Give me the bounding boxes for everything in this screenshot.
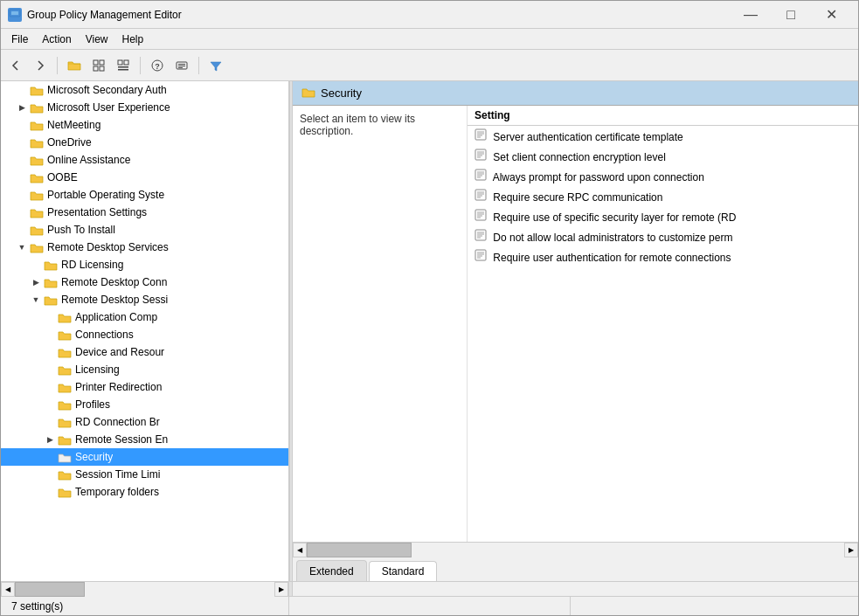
tree-scroll-right[interactable]: ▶ [274,582,288,597]
tree-item-remote-desktop-services[interactable]: Remote Desktop Services [1,239,288,256]
folder-icon [57,329,73,341]
tab-standard[interactable]: Standard [369,561,438,581]
expand-arrow [43,485,57,499]
setting-icon [475,249,487,261]
folder-icon [29,189,45,201]
svg-rect-38 [475,210,486,220]
table-row[interactable]: Require use of specific security layer f… [468,206,858,226]
tree-item-push-to-install[interactable]: Push To Install [1,221,288,239]
menu-action[interactable]: Action [35,31,78,47]
setting-label: Require user authentication for remote c… [493,252,731,264]
folder-button[interactable] [63,54,86,77]
expand-arrow [15,170,29,184]
setting-cell: Require use of specific security layer f… [468,206,858,226]
expand-arrow [43,380,57,394]
close-button[interactable]: ✕ [811,1,851,29]
menu-view[interactable]: View [79,31,115,47]
table-row[interactable]: Require user authentication for remote c… [468,246,858,266]
tree-item-device-and-resou[interactable]: Device and Resour [1,343,288,361]
folder-icon [43,276,59,288]
expand-arrow [29,258,43,272]
folder-icon [29,84,45,96]
tree-item-temporary-folders[interactable]: Temporary folders [1,483,288,501]
properties-button[interactable] [170,54,193,77]
svg-rect-9 [124,60,128,65]
tree-hscroll[interactable]: ◀ ▶ [1,582,289,596]
table-row[interactable]: Set client connection encryption level [468,146,858,166]
svg-rect-43 [475,230,486,240]
tree-item-ms-secondary-auth[interactable]: Microsoft Secondary Auth [1,81,288,99]
maximize-button[interactable]: □ [771,1,811,29]
horizontal-scrollbar[interactable]: ◀ ▶ [293,542,858,557]
expand-arrow [15,223,29,237]
tree-item-netmeeting[interactable]: NetMeeting [1,116,288,134]
expand-arrow [43,433,57,446]
tree-item-profiles[interactable]: Profiles [1,396,288,413]
tree-item-printer-redirection[interactable]: Printer Redirection [1,378,288,396]
tree-item-label: Licensing [75,363,120,376]
content-panel: Security Select an item to view its desc… [293,81,858,581]
svg-rect-10 [118,66,128,68]
tree-item-ms-user-experience[interactable]: Microsoft User Experience [1,99,288,116]
svg-rect-8 [118,60,122,65]
tree-item-rd-licensing[interactable]: RD Licensing [1,256,288,273]
back-button[interactable] [4,54,27,77]
tree-panel[interactable]: Microsoft Secondary Auth Microsoft User … [1,81,289,581]
tab-extended[interactable]: Extended [296,560,367,581]
setting-icon [475,189,487,201]
menu-file[interactable]: File [4,31,35,47]
setting-cell: Require user authentication for remote c… [468,246,858,266]
menu-help[interactable]: Help [115,31,151,47]
tree-item-connections[interactable]: Connections [1,326,288,343]
list-button[interactable] [112,54,135,77]
tree-item-rd-connection-br[interactable]: RD Connection Br [1,413,288,431]
forward-button[interactable] [29,54,52,77]
svg-rect-3 [10,18,20,19]
view-toggle-button[interactable] [87,54,110,77]
table-row[interactable]: Server authentication certificate templa… [468,126,858,147]
svg-rect-2 [12,17,17,19]
folder-icon [57,346,73,358]
setting-icon [475,128,487,141]
tree-item-application-comp[interactable]: Application Comp [1,308,288,326]
tree-item-onedrive[interactable]: OneDrive [1,134,288,151]
table-row[interactable]: Always prompt for password upon connecti… [468,166,858,186]
settings-pane[interactable]: Setting [468,106,858,542]
svg-rect-15 [178,64,185,65]
scroll-left-arrow[interactable]: ◀ [293,543,307,557]
tree-scroll-left[interactable]: ◀ [1,582,15,597]
expand-arrow [15,83,29,97]
scroll-track[interactable] [307,543,844,557]
minimize-button[interactable]: — [731,1,771,29]
expand-arrow [15,240,29,254]
tree-item-presentation-settings[interactable]: Presentation Settings [1,204,288,221]
expand-arrow [29,293,43,307]
tree-item-security[interactable]: Security [1,448,288,466]
tree-item-oobe[interactable]: OOBE [1,169,288,186]
scroll-thumb[interactable] [307,543,412,557]
filter-button[interactable] [204,54,227,77]
help-button[interactable]: ? [146,54,169,77]
header-folder-icon [301,87,315,100]
tree-item-remote-desktop-conn[interactable]: Remote Desktop Conn [1,273,288,291]
tree-item-licensing[interactable]: Licensing [1,361,288,378]
setting-icon [475,229,487,241]
tree-item-online-assistance[interactable]: Online Assistance [1,151,288,169]
expand-arrow [15,118,29,132]
svg-rect-7 [100,66,104,71]
tree-scroll-track[interactable] [15,582,274,597]
tree-item-session-time-limi[interactable]: Session Time Limi [1,466,288,483]
toolbar-sep-2 [140,57,141,74]
table-row[interactable]: Do not allow local administrators to cus… [468,226,858,246]
tree-item-remote-session-en[interactable]: Remote Session En [1,431,288,448]
setting-cell: Server authentication certificate templa… [468,126,858,147]
app-icon [8,8,22,22]
tree-item-remote-desktop-sessi[interactable]: Remote Desktop Sessi [1,291,288,308]
tree-item-portable-os[interactable]: Portable Operating Syste [1,186,288,204]
setting-label: Require secure RPC communication [493,191,662,204]
window-title: Group Policy Management Editor [27,9,731,21]
table-row[interactable]: Require secure RPC communication [468,186,858,206]
tree-scroll-thumb[interactable] [15,582,85,597]
setting-icon [475,149,487,161]
scroll-right-arrow[interactable]: ▶ [844,543,858,557]
